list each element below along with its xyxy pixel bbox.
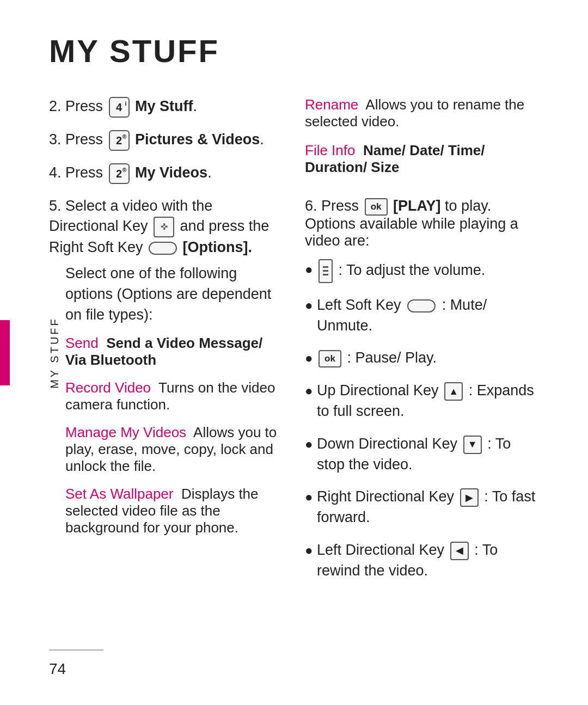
step4-label: My Videos xyxy=(135,164,207,181)
bullet-mute-content: Left Soft Key : Mute/ Unmute. xyxy=(317,295,539,336)
bullet-right-content: Right Directional Key ▶ : To fast forwar… xyxy=(317,487,539,528)
vol-bar1 xyxy=(323,266,328,268)
vol-bar3 xyxy=(323,274,328,275)
bullet-left-content: Left Directional Key ◀ : To rewind the v… xyxy=(317,540,539,581)
bullet6-prefix: Right Directional Key xyxy=(317,488,454,505)
bullet-dot-5: ● xyxy=(305,435,317,453)
page-number: 74 xyxy=(49,660,66,678)
ok-key-icon: ok xyxy=(365,198,388,216)
step5-text: 5. Select a video with the Directional K… xyxy=(49,196,283,258)
bullet-right: ● Right Directional Key ▶ : To fast forw… xyxy=(305,487,539,528)
bullet-pause-content: ok : Pause/ Play. xyxy=(317,348,539,369)
bullet-volume: ● : To adjust the volume. xyxy=(305,259,539,283)
option-fileinfo: File Info Name/ Date/ Time/ Duration/ Si… xyxy=(305,142,539,176)
right-column: Rename Allows you to rename the selected… xyxy=(305,96,539,593)
option-wallpaper: Set As Wallpaper Displays the selected v… xyxy=(65,486,283,536)
option-record: Record Video Turns on the video camera f… xyxy=(65,379,283,413)
step2-text: 2. Press 4i My Stuff. xyxy=(49,96,197,118)
soft-key-icon xyxy=(149,242,177,255)
right-key-icon: ▶ xyxy=(460,488,479,507)
bullet-dot-2: ● xyxy=(305,296,317,315)
volume-icon xyxy=(318,259,333,283)
select-intro: Select one of the following options (Opt… xyxy=(65,263,283,325)
down-key-icon: ▼ xyxy=(463,436,482,454)
bullet7-prefix: Left Directional Key xyxy=(317,542,444,558)
bullet-left: ● Left Directional Key ◀ : To rewind the… xyxy=(305,540,539,581)
step3: 3. Press 2® Pictures & Videos. xyxy=(49,130,283,151)
option-record-label: Record Video xyxy=(65,379,151,396)
vol-bar2 xyxy=(323,270,328,272)
step2-key: 4i xyxy=(109,97,130,118)
step5-options-label: [Options]. xyxy=(183,239,252,255)
bullet-dot-1: ● xyxy=(305,260,317,279)
left-key-icon: ◀ xyxy=(450,542,469,560)
step4: 4. Press 2® My Videos. xyxy=(49,163,283,184)
bullet-up-content: Up Directional Key ▲ : Expands to full s… xyxy=(317,381,539,422)
option-send: Send Send a Video Message/ Via Bluetooth xyxy=(65,335,283,369)
step2-prefix: 2. Press xyxy=(49,98,103,114)
step6-play-label: [PLAY] xyxy=(393,198,441,214)
step3-text: 3. Press 2® Pictures & Videos. xyxy=(49,130,264,151)
option-manage-label: Manage My Videos xyxy=(65,424,186,440)
divider-line xyxy=(49,649,103,651)
bullet-list: ● : To adjust the volume. ● Left S xyxy=(305,259,539,581)
step3-prefix: 3. Press xyxy=(49,131,103,148)
content-area: 2. Press 4i My Stuff. 3. Press 2® Pictur… xyxy=(49,96,550,593)
bullet-down-content: Down Directional Key ▼ : To stop the vid… xyxy=(317,434,539,475)
bullet3-text: : Pause/ Play. xyxy=(347,350,437,366)
step4-text: 4. Press 2® My Videos. xyxy=(49,163,212,184)
up-key-icon: ▲ xyxy=(444,382,463,401)
bullet-dot-3: ● xyxy=(305,349,317,367)
bullet4-prefix: Up Directional Key xyxy=(317,382,439,399)
step2: 2. Press 4i My Stuff. xyxy=(49,96,283,118)
option-fileinfo-label: File Info xyxy=(305,142,356,158)
step3-label: Pictures & Videos xyxy=(135,131,260,148)
option-rename-label: Rename xyxy=(305,96,358,113)
option-wallpaper-label: Set As Wallpaper xyxy=(65,486,173,502)
ok-key-bullet: ok xyxy=(318,350,341,367)
bullet5-prefix: Down Directional Key xyxy=(317,436,457,452)
select-intro-text: Select one of the following options (Opt… xyxy=(65,265,271,323)
bullet-up: ● Up Directional Key ▲ : Expands to full… xyxy=(305,381,539,422)
bullet-dot-4: ● xyxy=(305,382,317,400)
bullet-down: ● Down Directional Key ▼ : To stop the v… xyxy=(305,434,539,475)
option-manage: Manage My Videos Allows you to play, era… xyxy=(65,424,283,475)
left-column: 2. Press 4i My Stuff. 3. Press 2® Pictur… xyxy=(49,96,283,593)
bullet-pause: ● ok : Pause/ Play. xyxy=(305,348,539,369)
page-container: MY STUFF MY STUFF 2. Press 4i My Stuff. … xyxy=(0,0,588,705)
bullet-dot-6: ● xyxy=(305,488,317,506)
step2-label: My Stuff xyxy=(135,98,193,114)
option-send-label: Send xyxy=(65,335,99,351)
step6-text: 6. Press ok [PLAY] to play. Options avai… xyxy=(305,198,518,249)
sidebar-bar xyxy=(0,320,10,385)
sidebar-label: MY STUFF xyxy=(48,298,61,407)
sidebar-container: MY STUFF xyxy=(0,0,30,705)
bullet-mute: ● Left Soft Key : Mute/ Unmute. xyxy=(305,295,539,336)
step4-prefix: 4. Press xyxy=(49,164,103,181)
bullet1-text: : To adjust the volume. xyxy=(339,262,486,278)
step5: 5. Select a video with the Directional K… xyxy=(49,196,283,258)
step6: 6. Press ok [PLAY] to play. Options avai… xyxy=(305,198,539,249)
page-title: MY STUFF xyxy=(49,33,550,69)
left-soft-key-icon xyxy=(407,299,436,312)
step4-key: 2® xyxy=(109,163,130,184)
bullet-volume-content: : To adjust the volume. xyxy=(317,259,539,283)
directional-cross-icon: ✜ xyxy=(154,217,174,237)
step3-key: 2® xyxy=(109,130,130,151)
option-rename: Rename Allows you to rename the selected… xyxy=(305,96,539,130)
bullet-dot-7: ● xyxy=(305,541,317,560)
bullet2-prefix: Left Soft Key xyxy=(317,297,401,313)
